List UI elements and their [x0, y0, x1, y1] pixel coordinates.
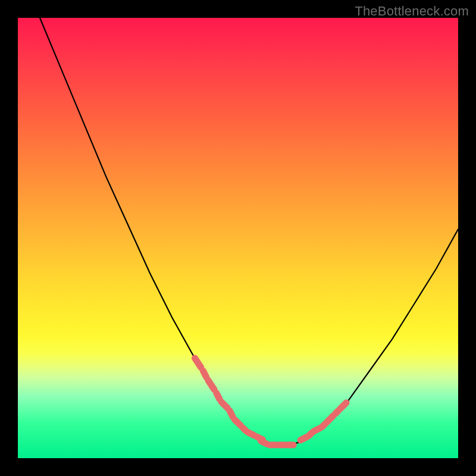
highlight-dash — [203, 371, 206, 377]
highlight-dash — [230, 411, 233, 416]
chart-frame: TheBottleneck.com — [0, 0, 476, 476]
highlight-dash — [221, 402, 227, 408]
plot-area — [18, 18, 458, 458]
highlight-dash — [217, 393, 220, 399]
highlight-dash — [300, 437, 306, 440]
bottleneck-curve — [40, 18, 458, 445]
watermark-text: TheBottleneck.com — [355, 4, 469, 19]
highlight-dash — [195, 358, 201, 368]
highlight-dash — [208, 380, 214, 390]
highlight-dash — [340, 403, 346, 409]
highlight-dash — [234, 419, 240, 425]
chart-svg — [18, 18, 458, 458]
highlight-dash — [248, 432, 253, 435]
highlight-dash — [327, 416, 333, 422]
highlight-dash — [314, 428, 320, 431]
highlight-dash — [261, 441, 267, 444]
